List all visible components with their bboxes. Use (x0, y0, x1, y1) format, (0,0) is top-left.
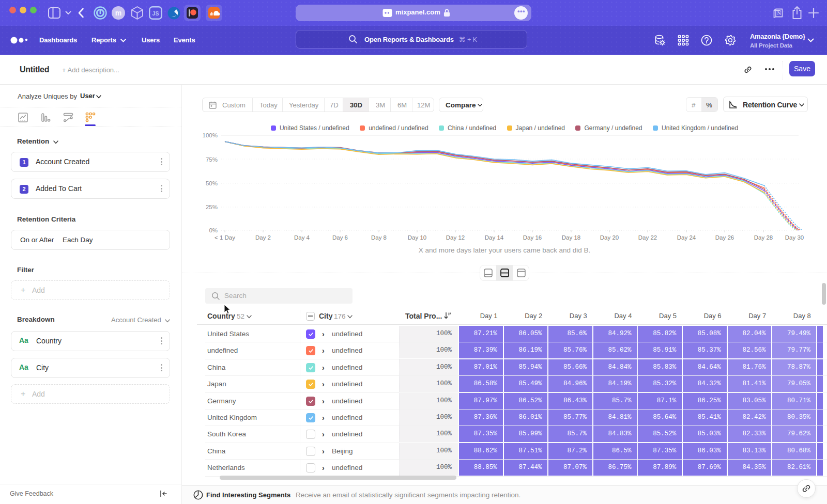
svg-text:Day 10: Day 10 (408, 234, 426, 241)
svg-text:Day 2: Day 2 (255, 234, 271, 241)
svg-text:JS: JS (152, 10, 159, 17)
svg-text:< 1 Day: < 1 Day (215, 234, 235, 241)
svg-text:75%: 75% (206, 156, 218, 163)
svg-text:Day 8: Day 8 (371, 234, 387, 241)
svg-text:Day 18: Day 18 (562, 234, 580, 241)
svg-text:50%: 50% (206, 180, 218, 186)
svg-text:Day 14: Day 14 (485, 234, 504, 241)
svg-text:Day 28: Day 28 (754, 234, 773, 241)
svg-text:25%: 25% (206, 204, 218, 210)
svg-text:Day 4: Day 4 (294, 234, 310, 241)
svg-text:Day 16: Day 16 (523, 234, 542, 241)
svg-text:Day 26: Day 26 (715, 234, 734, 241)
svg-text:Day 22: Day 22 (638, 234, 657, 241)
svg-text:N: N (777, 10, 782, 16)
svg-text:Day 6: Day 6 (332, 234, 348, 241)
svg-text:Day 12: Day 12 (446, 234, 465, 241)
svg-text:Day 30: Day 30 (785, 234, 804, 241)
svg-text:Day 20: Day 20 (600, 234, 619, 241)
svg-text:100%: 100% (203, 132, 218, 138)
svg-text:0%: 0% (209, 227, 218, 233)
svg-text:Day 24: Day 24 (677, 234, 696, 241)
